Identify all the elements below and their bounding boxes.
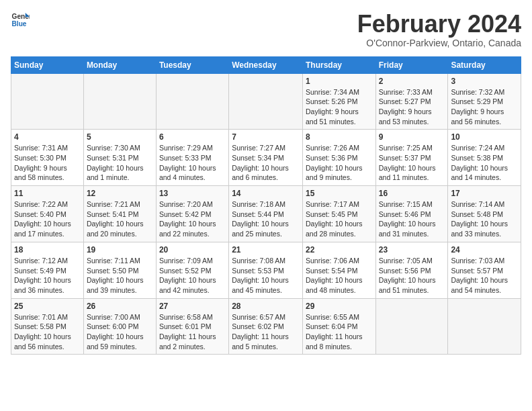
day-info: Sunrise: 7:12 AMSunset: 5:49 PMDaylight:… <box>14 256 81 295</box>
table-row: 25Sunrise: 7:01 AMSunset: 5:58 PMDayligh… <box>11 298 84 355</box>
table-row: 16Sunrise: 7:15 AMSunset: 5:46 PMDayligh… <box>375 186 448 242</box>
day-number: 8 <box>306 132 373 142</box>
day-number: 12 <box>87 189 153 198</box>
day-info: Sunrise: 7:29 AMSunset: 5:33 PMDaylight:… <box>159 143 226 183</box>
calendar-table: Sunday Monday Tuesday Wednesday Thursday… <box>11 56 521 355</box>
day-number: 18 <box>14 245 81 255</box>
day-number: 22 <box>306 245 373 255</box>
table-row: 27Sunrise: 6:58 AMSunset: 6:01 PMDayligh… <box>156 298 228 355</box>
table-row: 11Sunrise: 7:22 AMSunset: 5:40 PMDayligh… <box>11 186 84 242</box>
weekday-header-row: Sunday Monday Tuesday Wednesday Thursday… <box>11 56 521 73</box>
day-number: 27 <box>159 302 226 311</box>
table-row: 2Sunrise: 7:33 AMSunset: 5:27 PMDaylight… <box>375 73 448 130</box>
table-row <box>375 298 448 355</box>
title-area: February 2024 O'Connor-Parkview, Ontario… <box>357 11 521 48</box>
day-number: 15 <box>306 189 373 198</box>
day-number: 11 <box>14 189 81 198</box>
svg-text:Blue: Blue <box>12 20 27 28</box>
table-row: 6Sunrise: 7:29 AMSunset: 5:33 PMDaylight… <box>156 130 228 186</box>
day-info: Sunrise: 7:34 AMSunset: 5:26 PMDaylight:… <box>306 87 373 127</box>
table-row: 12Sunrise: 7:21 AMSunset: 5:41 PMDayligh… <box>83 186 156 242</box>
day-info: Sunrise: 7:00 AMSunset: 6:00 PMDaylight:… <box>87 312 153 352</box>
day-number: 23 <box>379 245 445 255</box>
table-row: 26Sunrise: 7:00 AMSunset: 6:00 PMDayligh… <box>83 298 156 355</box>
day-number: 19 <box>87 245 153 255</box>
day-info: Sunrise: 7:08 AMSunset: 5:53 PMDaylight:… <box>232 256 300 295</box>
header-sunday: Sunday <box>11 56 84 73</box>
table-row: 13Sunrise: 7:20 AMSunset: 5:42 PMDayligh… <box>156 186 228 242</box>
table-row: 1Sunrise: 7:34 AMSunset: 5:26 PMDaylight… <box>302 73 375 130</box>
logo-icon: General Blue <box>11 11 30 30</box>
calendar-week-2: 11Sunrise: 7:22 AMSunset: 5:40 PMDayligh… <box>11 186 521 242</box>
day-info: Sunrise: 6:55 AMSunset: 6:04 PMDaylight:… <box>306 312 373 352</box>
header-saturday: Saturday <box>448 56 521 73</box>
table-row: 8Sunrise: 7:26 AMSunset: 5:36 PMDaylight… <box>302 130 375 186</box>
day-info: Sunrise: 7:15 AMSunset: 5:46 PMDaylight:… <box>379 199 445 239</box>
day-info: Sunrise: 7:20 AMSunset: 5:42 PMDaylight:… <box>159 199 226 239</box>
day-number: 21 <box>232 245 300 255</box>
day-number: 10 <box>451 132 518 142</box>
calendar-week-1: 4Sunrise: 7:31 AMSunset: 5:30 PMDaylight… <box>11 130 521 186</box>
table-row <box>229 73 303 130</box>
table-row: 15Sunrise: 7:17 AMSunset: 5:45 PMDayligh… <box>302 186 375 242</box>
day-info: Sunrise: 7:30 AMSunset: 5:31 PMDaylight:… <box>87 143 153 183</box>
day-number: 4 <box>14 132 81 142</box>
calendar-week-0: 1Sunrise: 7:34 AMSunset: 5:26 PMDaylight… <box>11 73 521 130</box>
day-info: Sunrise: 6:57 AMSunset: 6:02 PMDaylight:… <box>232 312 300 352</box>
day-info: Sunrise: 7:05 AMSunset: 5:56 PMDaylight:… <box>379 256 445 295</box>
day-number: 25 <box>14 302 81 311</box>
table-row: 17Sunrise: 7:14 AMSunset: 5:48 PMDayligh… <box>448 186 521 242</box>
day-info: Sunrise: 7:17 AMSunset: 5:45 PMDaylight:… <box>306 199 373 239</box>
table-row <box>83 73 156 130</box>
day-number: 1 <box>306 77 373 86</box>
table-row: 7Sunrise: 7:27 AMSunset: 5:34 PMDaylight… <box>229 130 303 186</box>
table-row: 20Sunrise: 7:09 AMSunset: 5:52 PMDayligh… <box>156 242 228 298</box>
day-info: Sunrise: 7:31 AMSunset: 5:30 PMDaylight:… <box>14 143 81 183</box>
day-number: 28 <box>232 302 300 311</box>
day-number: 5 <box>87 132 153 142</box>
day-number: 9 <box>379 132 445 142</box>
table-row: 18Sunrise: 7:12 AMSunset: 5:49 PMDayligh… <box>11 242 84 298</box>
day-number: 6 <box>159 132 226 142</box>
day-number: 7 <box>232 132 300 142</box>
table-row: 4Sunrise: 7:31 AMSunset: 5:30 PMDaylight… <box>11 130 84 186</box>
table-row: 19Sunrise: 7:11 AMSunset: 5:50 PMDayligh… <box>83 242 156 298</box>
day-info: Sunrise: 7:09 AMSunset: 5:52 PMDaylight:… <box>159 256 226 295</box>
table-row: 29Sunrise: 6:55 AMSunset: 6:04 PMDayligh… <box>302 298 375 355</box>
table-row <box>156 73 228 130</box>
day-info: Sunrise: 7:27 AMSunset: 5:34 PMDaylight:… <box>232 143 300 183</box>
table-row: 10Sunrise: 7:24 AMSunset: 5:38 PMDayligh… <box>448 130 521 186</box>
calendar-title: February 2024 <box>357 11 521 38</box>
table-row: 23Sunrise: 7:05 AMSunset: 5:56 PMDayligh… <box>375 242 448 298</box>
day-number: 2 <box>379 77 445 86</box>
day-number: 16 <box>379 189 445 198</box>
day-info: Sunrise: 7:32 AMSunset: 5:29 PMDaylight:… <box>451 87 518 127</box>
day-info: Sunrise: 7:21 AMSunset: 5:41 PMDaylight:… <box>87 199 153 239</box>
day-info: Sunrise: 7:33 AMSunset: 5:27 PMDaylight:… <box>379 87 445 127</box>
day-info: Sunrise: 7:03 AMSunset: 5:57 PMDaylight:… <box>451 256 518 295</box>
day-info: Sunrise: 6:58 AMSunset: 6:01 PMDaylight:… <box>159 312 226 352</box>
table-row: 22Sunrise: 7:06 AMSunset: 5:54 PMDayligh… <box>302 242 375 298</box>
header: General Blue February 2024 O'Connor-Park… <box>11 11 521 48</box>
day-number: 29 <box>306 302 373 311</box>
header-friday: Friday <box>375 56 448 73</box>
day-number: 14 <box>232 189 300 198</box>
table-row: 28Sunrise: 6:57 AMSunset: 6:02 PMDayligh… <box>229 298 303 355</box>
day-info: Sunrise: 7:11 AMSunset: 5:50 PMDaylight:… <box>87 256 153 295</box>
table-row: 24Sunrise: 7:03 AMSunset: 5:57 PMDayligh… <box>448 242 521 298</box>
day-info: Sunrise: 7:06 AMSunset: 5:54 PMDaylight:… <box>306 256 373 295</box>
table-row <box>448 298 521 355</box>
header-tuesday: Tuesday <box>156 56 228 73</box>
day-info: Sunrise: 7:25 AMSunset: 5:37 PMDaylight:… <box>379 143 445 183</box>
day-number: 13 <box>159 189 226 198</box>
day-info: Sunrise: 7:14 AMSunset: 5:48 PMDaylight:… <box>451 199 518 239</box>
table-row: 9Sunrise: 7:25 AMSunset: 5:37 PMDaylight… <box>375 130 448 186</box>
day-number: 20 <box>159 245 226 255</box>
day-number: 3 <box>451 77 518 86</box>
day-info: Sunrise: 7:01 AMSunset: 5:58 PMDaylight:… <box>14 312 81 352</box>
calendar-week-3: 18Sunrise: 7:12 AMSunset: 5:49 PMDayligh… <box>11 242 521 298</box>
header-wednesday: Wednesday <box>229 56 303 73</box>
day-info: Sunrise: 7:24 AMSunset: 5:38 PMDaylight:… <box>451 143 518 183</box>
calendar-week-4: 25Sunrise: 7:01 AMSunset: 5:58 PMDayligh… <box>11 298 521 355</box>
header-thursday: Thursday <box>302 56 375 73</box>
